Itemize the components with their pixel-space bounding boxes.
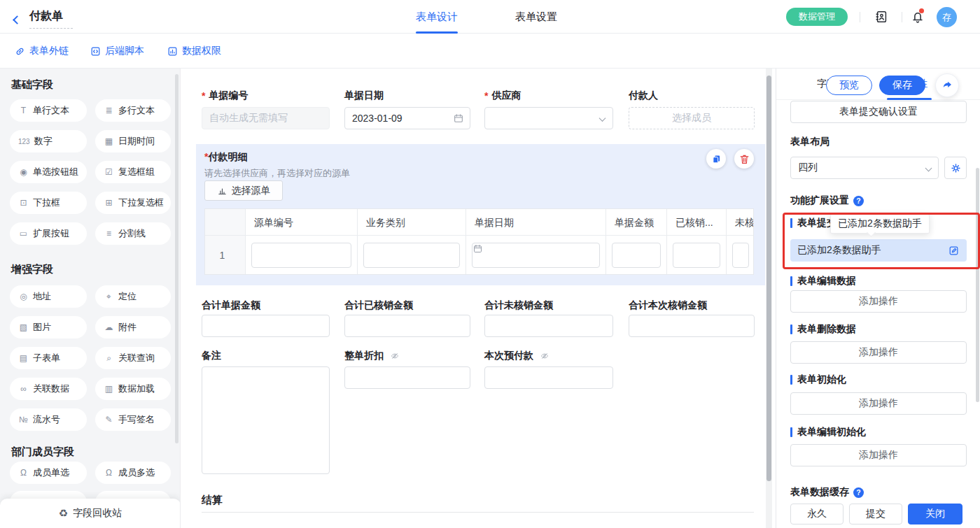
cache-option-close[interactable]: 关闭 xyxy=(908,504,962,525)
preview-button[interactable]: 预览 xyxy=(826,76,872,95)
biz-type-input[interactable] xyxy=(363,243,460,268)
field-item-multi-dropdown[interactable]: ⊞下拉复选框 xyxy=(95,192,171,214)
field-item-address[interactable]: ◎地址 xyxy=(10,285,87,308)
field-item-dropdown[interactable]: ⊡下拉框 xyxy=(10,192,87,214)
source-no-cell xyxy=(246,236,358,274)
total-written-off-label: 合计已核销金额 xyxy=(344,299,413,312)
divider-icon: ≡ xyxy=(104,229,114,238)
user-avatar[interactable]: 存 xyxy=(937,7,957,27)
edit-data-add-action-button[interactable]: 添加操作 xyxy=(790,290,967,313)
source-no-input[interactable] xyxy=(251,243,351,268)
sidebar-scrollbar[interactable] xyxy=(175,74,178,443)
button-icon: ▭ xyxy=(18,229,29,238)
delete-subform-button[interactable] xyxy=(734,149,754,169)
field-item-checkbox-group[interactable]: ☑复选框组 xyxy=(95,161,171,183)
field-item-single-line-text[interactable]: T单行文本 xyxy=(10,99,87,122)
panel-scrollbar[interactable] xyxy=(976,168,979,402)
copy-icon xyxy=(710,153,722,165)
field-item-radio-group[interactable]: ◉单选按钮组 xyxy=(10,161,87,183)
checkbox-icon: ☑ xyxy=(104,167,114,177)
field-recycle-bin[interactable]: ♻ 字段回收站 xyxy=(0,499,181,528)
init-add-action-button[interactable]: 添加操作 xyxy=(790,392,967,415)
share-button[interactable] xyxy=(935,73,959,97)
field-item-attachment[interactable]: ☁附件 xyxy=(95,316,171,338)
field-item-member-single[interactable]: Ω成员单选 xyxy=(10,462,87,484)
section-title-basic-fields: 基础字段 xyxy=(11,78,53,92)
submit-confirm-settings-button[interactable]: 表单提交确认设置 xyxy=(790,101,967,123)
unwritten-off-input[interactable] xyxy=(732,243,749,268)
field-item-datetime[interactable]: ▦日期时间 xyxy=(95,130,171,152)
save-button[interactable]: 保存 xyxy=(879,76,925,95)
payer-label: 付款人 xyxy=(629,90,658,102)
cloud-upload-icon: ☁ xyxy=(104,322,114,332)
number-icon: 123 xyxy=(18,138,30,145)
chevron-left-icon xyxy=(13,15,22,24)
remark-textarea[interactable] xyxy=(202,366,330,474)
eye-slash-icon xyxy=(540,351,550,361)
canvas-scrollbar[interactable] xyxy=(766,76,771,481)
field-item-linked-query[interactable]: ⌕关联查询 xyxy=(95,347,171,369)
chevron-down-icon xyxy=(600,116,605,121)
field-item-divider[interactable]: ≡分割线 xyxy=(95,222,171,245)
field-item-number[interactable]: 123数字 xyxy=(10,130,87,152)
doc-no-input[interactable]: 自动生成无需填写 xyxy=(202,107,330,129)
help-icon[interactable]: ? xyxy=(853,196,864,206)
trash-icon xyxy=(738,153,750,165)
discount-input[interactable] xyxy=(344,366,470,389)
external-link-action[interactable]: 表单外链 xyxy=(14,45,69,57)
subform-icon: ▤ xyxy=(18,353,29,363)
cache-option-submit[interactable]: 提交 xyxy=(849,504,902,525)
layout-settings-button[interactable] xyxy=(944,157,967,179)
data-assistant-tooltip: 已添加2条数据助手 xyxy=(830,214,930,234)
index-column-header xyxy=(205,209,246,236)
supplier-select[interactable] xyxy=(484,107,613,129)
supplier-label: *供应商 xyxy=(484,90,521,102)
select-source-doc-button[interactable]: 选择源单 xyxy=(204,180,283,201)
field-item-extend-button[interactable]: ▭扩展按钮 xyxy=(10,222,87,245)
copy-subform-button[interactable] xyxy=(706,149,726,169)
field-item-serial-number[interactable]: №流水号 xyxy=(10,408,87,431)
written-off-input[interactable] xyxy=(673,243,720,268)
edit-icon[interactable] xyxy=(948,245,960,257)
location-pin-icon: ◎ xyxy=(18,292,29,301)
active-tab-underline xyxy=(887,98,932,100)
layout-select[interactable]: 四列 xyxy=(790,157,939,179)
total-unwritten-off-label: 合计未核销金额 xyxy=(484,299,553,312)
data-permission-action[interactable]: 数据权限 xyxy=(167,45,221,57)
doc-amount-input[interactable] xyxy=(612,243,661,268)
edit-init-add-action-button[interactable]: 添加操作 xyxy=(790,444,967,466)
field-item-handwritten-signature[interactable]: ✎手写签名 xyxy=(95,408,171,431)
back-button[interactable] xyxy=(14,13,20,26)
delete-data-add-action-button[interactable]: 添加操作 xyxy=(790,341,967,364)
doc-date-input[interactable] xyxy=(472,243,600,268)
serial-icon: № xyxy=(18,415,29,424)
contact-book-icon[interactable] xyxy=(874,9,889,24)
field-item-member-multi[interactable]: Ω成员多选 xyxy=(95,462,171,484)
tab-form-design[interactable]: 表单设计 xyxy=(416,10,458,24)
data-assistant-row[interactable]: 已添加2条数据助手 xyxy=(790,239,967,262)
field-item-image[interactable]: ▧图片 xyxy=(10,316,87,338)
column-header: 已核销... xyxy=(667,209,727,236)
field-item-linked-data[interactable]: ∞关联数据 xyxy=(10,378,87,400)
total-doc-amount-input[interactable] xyxy=(202,315,330,337)
tab-form-settings[interactable]: 表单设置 xyxy=(515,10,557,24)
total-written-off-input[interactable] xyxy=(344,315,470,337)
cache-option-permanent[interactable]: 永久 xyxy=(790,504,844,525)
backend-script-action[interactable]: 后端脚本 xyxy=(90,45,144,57)
doc-date-label: 单据日期 xyxy=(344,90,384,102)
doc-date-input[interactable]: 2023-01-09 xyxy=(344,107,470,129)
form-layout-title: 表单布局 xyxy=(790,136,830,148)
select-member-button[interactable]: 选择成员 xyxy=(629,107,755,129)
field-item-data-load[interactable]: ▥数据加载 xyxy=(95,378,171,400)
field-item-geolocation[interactable]: ⌖定位 xyxy=(95,285,171,308)
data-manage-button[interactable]: 数据管理 xyxy=(786,8,848,26)
total-current-writeoff-input[interactable] xyxy=(629,315,755,337)
help-icon[interactable]: ? xyxy=(853,487,864,498)
radio-icon: ◉ xyxy=(18,167,29,177)
total-unwritten-off-input[interactable] xyxy=(484,315,613,337)
prepay-input[interactable] xyxy=(484,366,613,389)
section-marker xyxy=(790,218,792,228)
field-item-multi-line-text[interactable]: ≣多行文本 xyxy=(95,99,171,122)
payment-detail-title: *付款明细 xyxy=(204,151,247,164)
field-item-subform[interactable]: ▤子表单 xyxy=(10,347,87,369)
